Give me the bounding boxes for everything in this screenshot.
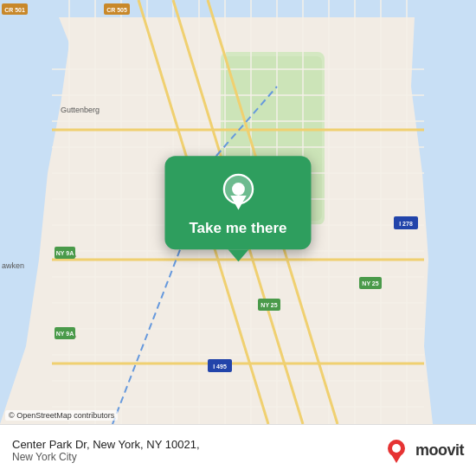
map-view[interactable]: NY 9A NY 9A NY 25 NY 25 B NY 9A NY 9A NY…	[0, 0, 476, 424]
map-attribution: © OpenStreetMap contributors	[5, 410, 118, 421]
svg-marker-72	[391, 454, 402, 463]
svg-text:NY 25: NY 25	[261, 302, 277, 308]
moovit-brand-text: moovit	[415, 441, 464, 460]
footer-bar: Center Park Dr, New York, NY 10021, New …	[0, 424, 476, 476]
svg-rect-3	[0, 0, 476, 17]
svg-text:CR 501: CR 501	[4, 7, 25, 13]
svg-text:I 495: I 495	[213, 363, 227, 370]
svg-text:I 278: I 278	[399, 221, 413, 227]
svg-text:NY 9A: NY 9A	[56, 250, 74, 256]
svg-text:NY 9A: NY 9A	[56, 331, 74, 337]
svg-point-71	[392, 444, 401, 453]
svg-text:Guttenberg: Guttenberg	[61, 106, 100, 114]
svg-text:NY 25: NY 25	[362, 280, 378, 286]
location-pin-icon	[217, 171, 259, 213]
footer-city: New York City	[12, 451, 200, 463]
footer-location-info: Center Park Dr, New York, NY 10021, New …	[12, 438, 200, 463]
svg-point-68	[232, 183, 245, 196]
location-popup[interactable]: Take me there	[164, 156, 311, 249]
footer-address: Center Park Dr, New York, NY 10021,	[12, 438, 200, 451]
take-me-there-label: Take me there	[189, 220, 286, 237]
moovit-icon	[383, 437, 410, 465]
moovit-logo[interactable]: moovit	[383, 437, 464, 465]
svg-text:CR 505: CR 505	[106, 7, 127, 13]
svg-text:awken: awken	[2, 261, 24, 270]
